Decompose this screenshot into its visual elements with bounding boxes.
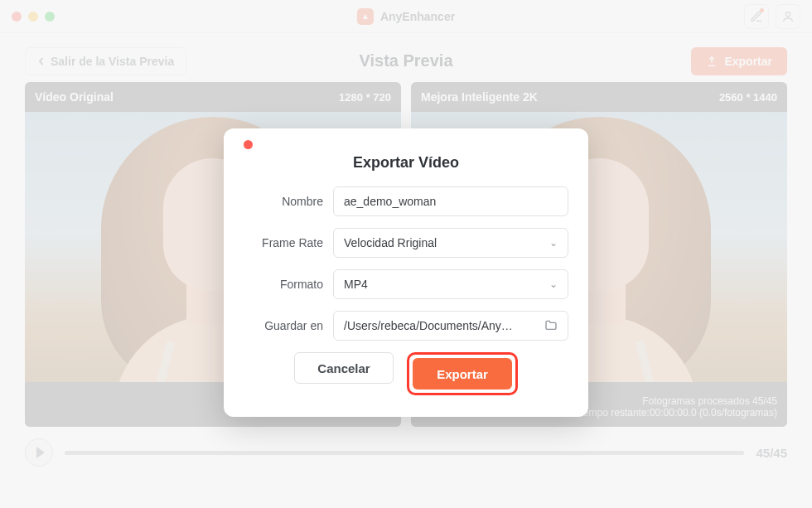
chevron-down-icon: ⌄ xyxy=(549,278,558,290)
maximize-window-dot[interactable] xyxy=(45,12,55,22)
format-value: MP4 xyxy=(344,278,368,291)
svg-point-0 xyxy=(785,12,790,16)
folder-icon[interactable] xyxy=(544,319,558,333)
edit-icon[interactable] xyxy=(744,4,769,29)
chevron-down-icon: ⌄ xyxy=(549,237,558,249)
progress-bar[interactable] xyxy=(65,451,744,455)
app-logo-icon xyxy=(357,8,374,25)
window-traffic-lights xyxy=(12,12,55,22)
minimize-window-dot[interactable] xyxy=(28,12,38,22)
chevron-left-icon xyxy=(37,57,46,65)
play-button[interactable] xyxy=(25,438,53,467)
titlebar: AnyEnhancer xyxy=(0,0,812,33)
export-button[interactable]: Exportar xyxy=(413,358,512,389)
original-panel-resolution: 1280 * 720 xyxy=(339,91,391,104)
name-input[interactable] xyxy=(344,195,558,208)
enhanced-panel-title: Mejora Inteligente 2K xyxy=(421,90,538,104)
back-button-label: Salir de la Vista Previa xyxy=(51,55,174,68)
playback-bar: 45/45 xyxy=(0,427,812,467)
page-header: Salir de la Vista Previa Vista Previa Ex… xyxy=(0,33,812,82)
framerate-label: Frame Rate xyxy=(244,236,323,249)
format-label: Formato xyxy=(244,278,323,291)
name-label: Nombre xyxy=(244,195,323,208)
save-to-path: /Users/rebeca/Documents/AnyEnh… xyxy=(344,319,518,332)
cancel-button[interactable]: Cancelar xyxy=(294,352,394,384)
page-title: Vista Previa xyxy=(359,51,452,70)
save-to-field[interactable]: /Users/rebeca/Documents/AnyEnh… xyxy=(333,311,568,341)
close-window-dot[interactable] xyxy=(12,12,22,22)
enhanced-panel-resolution: 2560 * 1440 xyxy=(719,91,777,104)
frame-counter: 45/45 xyxy=(756,446,787,460)
format-select[interactable]: MP4 ⌄ xyxy=(333,269,568,299)
back-button[interactable]: Salir de la Vista Previa xyxy=(25,47,186,75)
save-to-label: Guardar en xyxy=(244,319,323,332)
progress-fill xyxy=(65,451,744,455)
play-icon xyxy=(36,447,45,458)
titlebar-actions xyxy=(744,4,800,29)
export-icon xyxy=(706,56,718,67)
modal-close-dot[interactable] xyxy=(244,140,253,149)
export-button-top-label: Exportar xyxy=(724,55,772,68)
original-panel-title: Vídeo Original xyxy=(35,90,114,104)
app-title: AnyEnhancer xyxy=(357,8,455,25)
app-name: AnyEnhancer xyxy=(380,10,455,23)
export-modal: Exportar Vídeo Nombre Frame Rate Velocid… xyxy=(224,128,588,417)
modal-title: Exportar Vídeo xyxy=(244,154,568,172)
export-button-top[interactable]: Exportar xyxy=(691,47,787,75)
name-input-wrapper[interactable] xyxy=(333,186,568,216)
user-icon[interactable] xyxy=(776,4,800,29)
export-button-label: Exportar xyxy=(437,367,488,381)
framerate-value: Velocidad Rriginal xyxy=(344,236,437,249)
export-button-highlight: Exportar xyxy=(407,352,518,395)
cancel-button-label: Cancelar xyxy=(317,361,370,375)
framerate-select[interactable]: Velocidad Rriginal ⌄ xyxy=(333,228,568,258)
